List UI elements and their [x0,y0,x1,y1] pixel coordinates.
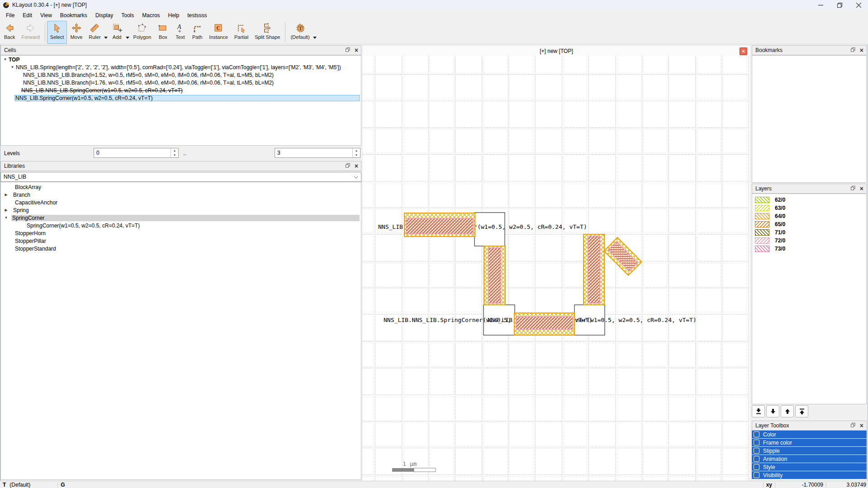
tree-row-branch-1[interactable]: NNS_LIB.NNS_LIB.Branch(l=1.52, w=0.5, rM… [1,71,361,79]
spring-shape-bottom-bar[interactable] [514,313,574,335]
menu-view[interactable]: View [36,11,56,20]
ruler-dropdown-arrow[interactable] [104,18,109,47]
move-layer-down-button[interactable] [766,405,779,417]
canvas-tab-close-button[interactable]: × [740,47,747,55]
layer-row-73-0[interactable]: 73/0 [752,245,866,253]
library-select[interactable]: NNS_LIB [0,172,361,182]
restore-button[interactable] [830,0,849,10]
checkbox-icon[interactable] [754,440,759,445]
menu-help[interactable]: Help [164,11,184,20]
split-shape-tool-button[interactable]: Split Shape [251,21,283,44]
close-panel-icon[interactable]: × [355,48,358,52]
layer-row-71-0[interactable]: 71/0 [752,228,866,237]
canvas-grid [363,56,750,481]
menu-macros[interactable]: Macros [138,11,164,20]
checkbox-icon[interactable] [754,431,759,437]
levels-from-input[interactable] [94,148,171,157]
expander-open-icon[interactable]: ▼ [10,65,15,69]
layer-row-64-0[interactable]: 64/0 [752,212,866,220]
libraries-tree[interactable]: BlockArray ▶ Branch CapacitiveAnchor ▶ S… [0,182,361,480]
close-panel-icon[interactable]: × [860,423,863,428]
tree-row-branch-2[interactable]: NNS_LIB.NNS_LIB.Branch(l=1.76, w=0.5, rM… [1,79,361,86]
close-panel-icon[interactable]: × [860,48,863,52]
menu-edit[interactable]: Edit [19,11,36,20]
box-icon [157,22,168,34]
levels-to-input[interactable] [275,148,352,157]
expander-closed-icon[interactable]: ▶ [4,208,9,212]
float-panel-icon[interactable] [346,47,350,53]
add-dropdown-arrow[interactable] [126,18,130,47]
lib-row-blockarray[interactable]: BlockArray [1,183,361,191]
levels-to-spinner[interactable]: ▲▼ [352,148,360,157]
ruler-tool-button[interactable]: Ruler [85,21,104,44]
lib-row-branch[interactable]: ▶ Branch [1,191,361,199]
forward-button[interactable]: Forward [18,21,43,44]
move-layer-to-bottom-button[interactable] [752,405,765,417]
close-panel-icon[interactable]: × [355,164,358,168]
float-panel-icon[interactable] [851,185,855,192]
instance-tool-button[interactable]: C Instance [206,21,231,44]
layer-toolbox-visibility[interactable]: Visibility [752,471,867,479]
menu-testssss[interactable]: testssss [183,11,211,20]
select-tool-button[interactable]: Select [47,21,67,44]
lib-row-spring[interactable]: ▶ Spring [1,206,361,214]
layout-canvas[interactable]: NNS_LIB.NNS_LIB.SpringCorner(w1=0.5, w2=… [363,56,750,481]
menu-file[interactable]: File [2,11,19,20]
levels-from-spinner[interactable]: ▲▼ [171,148,178,157]
back-button[interactable]: Back [1,21,18,44]
polygon-tool-button[interactable]: Polygon [130,21,155,44]
spin-up-icon[interactable]: ▲ [171,148,178,153]
layer-row-62-0[interactable]: 62/0 [752,196,866,204]
checkbox-icon[interactable] [754,472,759,478]
layer-toolbox-color[interactable]: Color [752,431,867,438]
lib-row-springcorner[interactable]: ▼ SpringCorner [1,214,361,222]
move-layer-to-top-button[interactable] [795,405,808,417]
box-tool-button[interactable]: Box [154,21,171,44]
lib-row-stopperhorn[interactable]: StopperHorn [1,229,361,237]
minimize-button[interactable] [811,0,830,10]
text-tool-button[interactable]: A Text [171,21,189,44]
expander-open-icon[interactable]: ▼ [4,216,9,220]
tree-row-springcorner-selected[interactable]: NNS_LIB.SpringCorner(w1=0.5, w2=0.5, cR=… [1,94,361,102]
tree-row-spring[interactable]: ▼ NNS_LIB.Spring(length=['2', '2', '2', … [1,63,361,71]
layer-toolbox-stipple[interactable]: Stipple [752,447,867,455]
add-tool-button[interactable]: Add [109,21,126,44]
move-layer-up-button[interactable] [781,405,794,417]
tree-row-springcorner-deleted[interactable]: NNS_LIB.NNS_LIB.SpringCorner(w1=0.5, w2=… [1,86,361,94]
checkbox-icon[interactable] [754,464,759,470]
layer-row-65-0[interactable]: 65/0 [752,220,866,228]
lib-row-stopperpillar[interactable]: StopperPillar [1,237,361,245]
spin-down-icon[interactable]: ▼ [353,153,360,157]
lib-row-capacitiveanchor[interactable]: CapacitiveAnchor [1,199,361,206]
layer-toolbox-animation[interactable]: Animation [752,455,867,463]
move-tool-button[interactable]: Move [67,21,85,44]
spring-shape-right-vertical-bar[interactable] [583,234,604,305]
bookmarks-list[interactable] [752,55,867,183]
layer-row-72-0[interactable]: 72/0 [752,237,866,245]
default-dropdown-arrow[interactable] [313,18,318,47]
close-button[interactable] [849,0,868,10]
cells-tree[interactable]: ▼ TOP ▼ NNS_LIB.Spring(length=['2', '2',… [0,55,361,146]
layer-toolbox-style[interactable]: Style [752,463,867,471]
close-panel-icon[interactable]: × [860,186,863,191]
default-mode-button[interactable]: T (Default) [287,21,313,44]
float-panel-icon[interactable] [346,163,350,169]
expander-open-icon[interactable]: ▼ [3,57,8,62]
float-panel-icon[interactable] [851,422,855,429]
spin-down-icon[interactable]: ▼ [171,153,178,157]
float-panel-icon[interactable] [851,47,855,53]
spring-shape-top-bar[interactable] [404,213,475,237]
layer-row-63-0[interactable]: 63/0 [752,204,866,212]
lib-row-stopperstandard[interactable]: StopperStandard [1,245,361,252]
path-tool-button[interactable]: Path [189,21,206,44]
menu-bookmarks[interactable]: Bookmarks [56,11,91,20]
expander-closed-icon[interactable]: ▶ [4,193,9,197]
checkbox-icon[interactable] [754,456,759,462]
checkbox-icon[interactable] [754,448,759,454]
spring-shape-left-vertical-bar[interactable] [484,246,505,305]
partial-tool-button[interactable]: Partial [231,21,251,44]
layer-toolbox-frame-color[interactable]: Frame color [752,439,867,446]
tree-row-top[interactable]: ▼ TOP [1,56,361,63]
lib-row-springcorner-pcell[interactable]: SpringCorner(w1=0.5, w2=0.5, cR=0.24, vT… [1,222,361,229]
spin-up-icon[interactable]: ▲ [353,148,360,153]
